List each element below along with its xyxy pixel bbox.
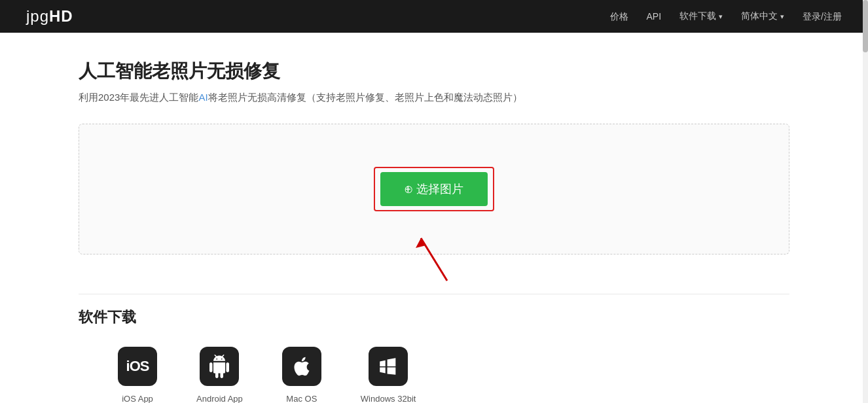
software-item-windows[interactable]: Windows 32bitWindows 64bit bbox=[361, 347, 416, 403]
logo[interactable]: jpgHD bbox=[26, 7, 73, 26]
logo-bold: HD bbox=[49, 7, 73, 25]
software-item-macos[interactable]: Mac OS bbox=[282, 347, 321, 403]
upload-button-wrapper: ⊕ 选择图片 bbox=[380, 172, 487, 206]
page-title: 人工智能老照片无损修复 bbox=[79, 59, 789, 84]
nav-menu: 价格 API 软件下载 简体中文 登录/注册 bbox=[610, 10, 842, 23]
software-grid: iOS iOS App Android AppGoogle Play bbox=[79, 347, 789, 403]
software-item-ios[interactable]: iOS iOS App bbox=[118, 347, 157, 403]
ios-label: iOS App bbox=[122, 393, 153, 403]
arrow-indicator bbox=[408, 228, 460, 290]
android-label: Android AppGoogle Play bbox=[196, 393, 243, 403]
nav-link-language[interactable]: 简体中文 bbox=[741, 10, 784, 22]
nav-link-api[interactable]: API bbox=[647, 11, 662, 22]
nav-link-price[interactable]: 价格 bbox=[610, 11, 628, 22]
subtitle-ai: AI bbox=[198, 92, 208, 103]
nav-item-login[interactable]: 登录/注册 bbox=[803, 10, 842, 23]
apple-icon bbox=[291, 355, 313, 377]
upload-area[interactable]: ⊕ 选择图片 bbox=[79, 124, 789, 254]
subtitle-before-ai: 利用2023年最先进人工智能 bbox=[79, 92, 198, 103]
software-section-title: 软件下载 bbox=[79, 307, 789, 327]
nav-link-login[interactable]: 登录/注册 bbox=[803, 11, 842, 22]
android-icon-container bbox=[200, 347, 239, 386]
windows-icon-container bbox=[369, 347, 408, 386]
software-item-android[interactable]: Android AppGoogle Play bbox=[196, 347, 243, 403]
nav-item-language[interactable]: 简体中文 bbox=[741, 10, 784, 22]
arrow-svg bbox=[408, 228, 460, 287]
macos-label: Mac OS bbox=[286, 393, 317, 403]
logo-light: jpg bbox=[26, 7, 49, 25]
subtitle-after-ai: 将老照片无损高清修复（支持老照片修复、老照片上色和魔法动态照片） bbox=[208, 92, 522, 103]
nav-item-api[interactable]: API bbox=[647, 10, 662, 22]
navbar: jpgHD 价格 API 软件下载 简体中文 登录/注册 bbox=[0, 0, 868, 33]
ios-icon-container: iOS bbox=[118, 347, 157, 386]
software-section: 软件下载 iOS iOS App Android AppGoogle Play bbox=[79, 294, 789, 403]
scrollbar-track[interactable] bbox=[863, 0, 868, 403]
ios-icon: iOS bbox=[126, 358, 149, 375]
nav-link-software[interactable]: 软件下载 bbox=[679, 10, 723, 22]
macos-icon-container bbox=[282, 347, 321, 386]
page-subtitle: 利用2023年最先进人工智能AI将老照片无损高清修复（支持老照片修复、老照片上色… bbox=[79, 92, 789, 104]
windows-label: Windows 32bitWindows 64bit bbox=[361, 393, 416, 403]
android-icon bbox=[208, 355, 231, 378]
windows-icon bbox=[377, 355, 399, 377]
select-image-button[interactable]: ⊕ 选择图片 bbox=[380, 172, 487, 206]
nav-item-price[interactable]: 价格 bbox=[610, 10, 628, 23]
scrollbar-thumb[interactable] bbox=[863, 0, 868, 52]
nav-item-software[interactable]: 软件下载 bbox=[679, 10, 723, 22]
main-content: 人工智能老照片无损修复 利用2023年最先进人工智能AI将老照片无损高清修复（支… bbox=[0, 33, 868, 403]
